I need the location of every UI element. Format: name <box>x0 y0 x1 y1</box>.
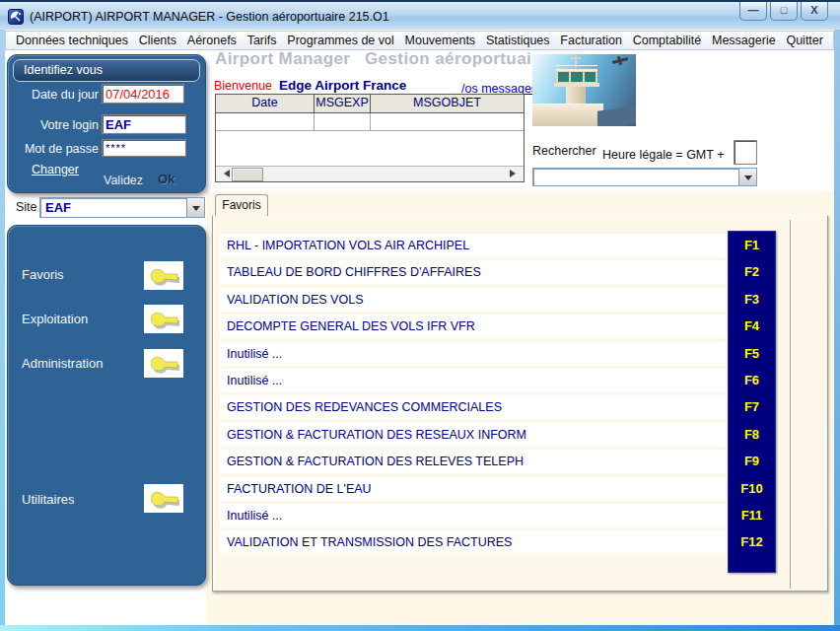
favorite-label: VALIDATION DES VOLS <box>227 293 363 307</box>
login-field[interactable] <box>102 114 186 134</box>
title-bar: (AIRPORT) AIRPORT MANAGER - Gestion aéro… <box>0 0 840 30</box>
favorite-row[interactable]: Inutilisé ... <box>220 369 726 392</box>
scroll-left-icon[interactable] <box>220 170 230 177</box>
sidebar-item-utilitaires: Utilitaires <box>22 492 74 507</box>
welcome-label: Bienvenue <box>214 79 272 93</box>
site-label: Site <box>16 200 37 214</box>
menu-item-statistiques[interactable]: Statistiques <box>486 34 550 47</box>
menu-item-donnees-techniques[interactable]: Données techniques <box>16 34 128 47</box>
fkey-label: F4 <box>729 318 775 336</box>
login-panel-title: Identifiez vous <box>13 59 200 82</box>
favorite-row[interactable]: RHL - IMPORTATION VOLS AIR ARCHIPEL <box>220 234 726 257</box>
menu-item-messagerie[interactable]: Messagerie <box>712 34 776 47</box>
login-panel: Identifiez vous Date du jour Votre login… <box>7 54 206 193</box>
window-border-right <box>834 30 840 625</box>
site-select[interactable]: EAF <box>39 197 205 218</box>
fkey-label: F9 <box>729 454 775 471</box>
fkey-label: F6 <box>729 373 775 390</box>
sidebar-item-exploitation: Exploitation <box>22 312 88 326</box>
favorite-label: VALIDATION ET TRANSMISSION DES FACTURES <box>227 535 512 549</box>
search-label: Rechercher <box>532 144 596 158</box>
change-password-link[interactable]: Changer <box>32 163 79 176</box>
chevron-down-icon[interactable] <box>738 169 756 185</box>
favorite-label: RHL - IMPORTATION VOLS AIR ARCHIPEL <box>227 239 469 252</box>
favorites-panel: RHL - IMPORTATION VOLS AIR ARCHIPEL TABL… <box>212 215 828 592</box>
fkey-label: F11 <box>729 508 775 526</box>
column-header-msgobjet[interactable]: MSGOBJET <box>371 95 524 112</box>
favorite-row[interactable]: GESTION & FACTURATION DES RESEAUX INFORM <box>220 423 726 447</box>
app-window: (AIRPORT) AIRPORT MANAGER - Gestion aéro… <box>0 0 840 631</box>
welcome-line: BienvenueEdge Airport France <box>214 78 406 93</box>
password-label: Mot de passe <box>18 142 99 156</box>
airplane-icon <box>612 57 628 64</box>
panel-divider <box>790 220 792 589</box>
menu-item-quitter[interactable]: Quitter <box>786 34 823 47</box>
table-row[interactable] <box>216 113 524 131</box>
favorite-row[interactable]: TABLEAU DE BORD CHIFFRES D'AFFAIRES <box>220 260 726 284</box>
date-field[interactable] <box>102 84 184 104</box>
menu-item-aeronefs[interactable]: Aéronefs <box>187 34 237 47</box>
favorite-label: Inutilisé ... <box>227 347 282 361</box>
window-border-bottom <box>0 625 840 631</box>
app-subtitle: Gestion aéroportuaire <box>365 49 548 69</box>
gmt-label: Heure légale = GMT + <box>602 148 724 162</box>
password-field[interactable] <box>102 139 186 157</box>
gmt-offset-field[interactable] <box>734 140 757 165</box>
favorite-label: GESTION & FACTURATION DES RELEVES TELEPH <box>227 455 524 468</box>
favorite-label: TABLEAU DE BORD CHIFFRES D'AFFAIRES <box>227 265 481 279</box>
window-title: (AIRPORT) AIRPORT MANAGER - Gestion aéro… <box>30 2 389 32</box>
menu-item-programmes-de-vol[interactable]: Programmes de vol <box>287 34 393 47</box>
control-tower-photo <box>532 54 636 126</box>
fkey-label: F5 <box>729 346 775 364</box>
sidebar-nav-panel: Favoris Exploitation Administration Util… <box>7 225 206 586</box>
sidebar-item-administration: Administration <box>22 356 103 371</box>
favoris-hand-icon[interactable] <box>144 261 183 290</box>
horizontal-scrollbar[interactable] <box>216 166 524 181</box>
favorite-row[interactable]: GESTION & FACTURATION DES RELEVES TELEPH <box>220 450 726 473</box>
favorite-row[interactable]: Inutilisé ... <box>220 504 726 527</box>
messages-table-header: Date MSGEXP MSGOBJET <box>216 95 524 113</box>
column-header-date[interactable]: Date <box>216 95 315 112</box>
favorite-label: FACTURATION DE L'EAU <box>227 482 372 496</box>
favorite-label: DECOMPTE GENERAL DES VOLS IFR VFR <box>227 319 475 333</box>
restore-button[interactable]: □ <box>770 2 798 21</box>
menu-item-tarifs[interactable]: Tarifs <box>247 34 277 47</box>
favorite-label: Inutilisé ... <box>227 509 282 523</box>
menu-item-clients[interactable]: Clients <box>139 34 176 47</box>
ok-button[interactable]: Ok <box>158 172 175 186</box>
minimize-button[interactable]: — <box>739 2 767 21</box>
tab-favoris[interactable]: Favoris <box>215 194 268 216</box>
menu-item-mouvements[interactable]: Mouvements <box>405 34 476 47</box>
messages-table: Date MSGEXP MSGOBJET <box>215 94 525 182</box>
app-title: Airport Manager <box>215 49 350 69</box>
favorite-row[interactable]: Inutilisé ... <box>220 342 726 366</box>
fkey-label: F8 <box>729 427 775 445</box>
scrollbar-thumb[interactable] <box>232 168 263 181</box>
chevron-down-icon[interactable] <box>186 198 204 217</box>
exploitation-hand-icon[interactable] <box>144 305 183 333</box>
favorite-row[interactable]: VALIDATION ET TRANSMISSION DES FACTURES <box>220 530 726 554</box>
favorite-label: GESTION DES REDEVANCES COMMERCIALES <box>227 400 502 414</box>
favorite-row[interactable]: GESTION DES REDEVANCES COMMERCIALES <box>220 395 726 419</box>
administration-hand-icon[interactable] <box>144 349 183 378</box>
favorite-row[interactable]: FACTURATION DE L'EAU <box>220 477 726 501</box>
search-combobox[interactable] <box>532 168 757 186</box>
function-key-strip: F1 F2 F3 F4 F5 F6 F7 F8 F9 F10 F11 F12 <box>728 231 776 573</box>
close-button[interactable]: X <box>801 2 828 21</box>
favorite-row[interactable]: VALIDATION DES VOLS <box>220 288 726 312</box>
favorite-row[interactable]: DECOMPTE GENERAL DES VOLS IFR VFR <box>220 315 726 338</box>
fkey-label: F12 <box>729 534 775 552</box>
scroll-right-icon[interactable] <box>510 170 520 177</box>
menu-item-facturation[interactable]: Facturation <box>560 34 622 47</box>
window-border-left <box>0 30 5 625</box>
utilitaires-hand-icon[interactable] <box>144 484 183 513</box>
fkey-label: F2 <box>729 264 775 282</box>
sidebar-item-favoris: Favoris <box>22 267 64 282</box>
favorite-label: Inutilisé ... <box>227 374 282 387</box>
column-header-msgexp[interactable]: MSGEXP <box>315 95 371 112</box>
app-logo-icon <box>8 9 24 25</box>
login-label: Votre login <box>18 118 99 132</box>
menu-item-comptabilite[interactable]: Comptabilité <box>633 34 701 47</box>
date-label: Date du jour <box>18 88 99 102</box>
favorite-label: GESTION & FACTURATION DES RESEAUX INFORM <box>227 428 526 442</box>
